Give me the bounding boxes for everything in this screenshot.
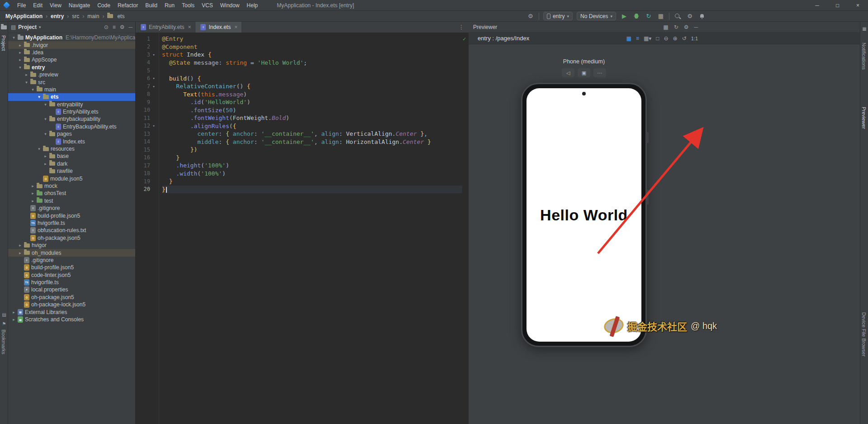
menu-help[interactable]: Help: [243, 2, 261, 9]
tree-item-gitignore[interactable]: ≡.gitignore: [8, 257, 135, 264]
chevron-down-icon[interactable]: ▾: [43, 117, 48, 121]
zoom-out-icon[interactable]: ⊖: [664, 35, 669, 42]
code-line-4[interactable]: @State message: string = 'Hello World';: [162, 59, 462, 67]
tree-item-index-ets[interactable]: ≡Index.ets: [8, 138, 135, 145]
run-button[interactable]: ▶: [620, 12, 628, 20]
breadcrumb-item-entry[interactable]: entry: [50, 13, 65, 19]
tree-item-entry[interactable]: ▾entry: [8, 64, 135, 71]
more-options-button[interactable]: ⋯: [593, 68, 606, 77]
code-line-13[interactable]: center: { anchor: '__container__', align…: [162, 130, 462, 138]
menu-window[interactable]: Window: [217, 2, 243, 9]
code-line-14[interactable]: middle: { anchor: '__container__', align…: [162, 138, 462, 146]
tree-item-module-json5[interactable]: {}module.json5: [8, 175, 135, 182]
settings-quick-icon[interactable]: ⚙: [526, 12, 535, 20]
menu-navigate[interactable]: Navigate: [65, 2, 94, 9]
close-tab-icon[interactable]: ×: [188, 24, 191, 30]
tree-item-myapplication[interactable]: ▾MyApplicationE:\HarmonyDemo\MyApplicati…: [8, 34, 135, 41]
chevron-down-icon[interactable]: ▾: [39, 25, 41, 29]
tree-item-pages[interactable]: ▾pages: [8, 130, 135, 138]
menu-view[interactable]: View: [46, 2, 65, 9]
editor-body[interactable]: 123▾456▾7▾89101112▾1314151617181920 @Ent…: [136, 33, 469, 424]
tree-item-build-profile-json5[interactable]: {}build-profile.json5: [8, 212, 135, 219]
tab-index-ets[interactable]: ≡Index.ets×: [195, 22, 242, 33]
chevron-right-icon[interactable]: ▸: [30, 191, 36, 195]
layers-icon[interactable]: ≡: [636, 35, 639, 42]
chevron-right-icon[interactable]: ▸: [11, 317, 17, 322]
ide-settings-icon[interactable]: ⚙: [686, 12, 694, 20]
chevron-down-icon[interactable]: ▾: [17, 65, 23, 70]
tool-tab-project[interactable]: Project: [1, 35, 6, 51]
code-line-5[interactable]: [162, 67, 462, 75]
tree-item-oh-package-lock-json5[interactable]: {}oh-package-lock.json5: [8, 301, 135, 308]
chevron-down-icon[interactable]: ▾: [30, 87, 36, 92]
inspection-ok-icon[interactable]: ✓: [463, 36, 466, 42]
collapse-all-icon[interactable]: ≡: [113, 24, 116, 30]
panel-settings-icon[interactable]: ⚙: [120, 24, 125, 30]
chevron-right-icon[interactable]: ▸: [17, 57, 23, 62]
tree-item-obfuscation-rules-txt[interactable]: ≡obfuscation-rules.txt: [8, 227, 135, 234]
breadcrumb-item-main[interactable]: main: [86, 13, 100, 19]
notifications-icon[interactable]: [698, 12, 706, 20]
close-button[interactable]: ×: [848, 0, 868, 11]
project-panel-title[interactable]: Project: [18, 24, 37, 30]
fold-icon[interactable]: ▾: [150, 52, 157, 57]
chevron-down-icon[interactable]: ▾: [36, 147, 42, 151]
search-everywhere-icon[interactable]: [674, 12, 682, 20]
layout-icon[interactable]: ▦: [663, 24, 668, 30]
code-line-17[interactable]: .height('100%'): [162, 162, 462, 170]
menu-refactor[interactable]: Refactor: [114, 2, 142, 9]
fold-icon[interactable]: ▾: [150, 84, 157, 89]
tree-item-entryability[interactable]: ▾entryability: [8, 101, 135, 108]
close-tab-icon[interactable]: ×: [234, 24, 237, 30]
fold-icon[interactable]: ▾: [150, 76, 157, 81]
tree-item-test[interactable]: ▸test: [8, 197, 135, 205]
chevron-right-icon[interactable]: ▸: [24, 72, 29, 77]
menu-tools[interactable]: Tools: [178, 2, 198, 9]
code-line-18[interactable]: .width('100%'): [162, 170, 462, 178]
chevron-right-icon[interactable]: ▸: [30, 199, 36, 203]
tree-item-rawfile[interactable]: rawfile: [8, 167, 135, 175]
structure-tool-icon[interactable]: ▤: [1, 311, 7, 318]
code-line-20[interactable]: }: [162, 186, 462, 194]
menu-file[interactable]: File: [14, 2, 29, 9]
code-line-15[interactable]: }): [162, 146, 462, 154]
device-selector[interactable]: No Devices ▾: [577, 12, 616, 20]
chevron-down-icon[interactable]: ▾: [43, 132, 48, 136]
code-line-19[interactable]: }: [162, 177, 462, 186]
project-tool-icon[interactable]: [1, 25, 7, 29]
tree-item-main[interactable]: ▾main: [8, 86, 135, 93]
tree-item-dark[interactable]: ▸dark: [8, 160, 135, 167]
hot-reload-button[interactable]: ↻: [645, 12, 653, 20]
minimize-button[interactable]: ─: [807, 0, 827, 11]
zoom-in-icon[interactable]: ⊕: [673, 35, 678, 42]
chevron-down-icon[interactable]: ▾: [36, 95, 42, 99]
chevron-right-icon[interactable]: ▸: [11, 310, 17, 314]
frame-select-icon[interactable]: □: [656, 35, 659, 42]
chevron-right-icon[interactable]: ▸: [43, 162, 48, 166]
tree-item-local-properties[interactable]: #local.properties: [8, 286, 135, 293]
chevron-right-icon[interactable]: ▸: [30, 184, 36, 188]
tab-entryability-ets[interactable]: ≡EntryAbility.ets×: [136, 22, 195, 33]
tree-item-oh-package-json5[interactable]: {}oh-package.json5: [8, 294, 135, 301]
tree-item-hvigorfile-ts[interactable]: TShvigorfile.ts: [8, 219, 135, 227]
run-configuration-selector[interactable]: entry ▾: [543, 12, 573, 20]
tree-item-src[interactable]: ▾src: [8, 78, 135, 86]
breadcrumb-item-ets[interactable]: ets: [116, 13, 125, 19]
refresh-icon[interactable]: ↻: [674, 24, 678, 30]
code-line-7[interactable]: RelativeContainer() {: [162, 82, 462, 91]
rotate-icon[interactable]: ↺: [682, 35, 687, 42]
tree-item-appscope[interactable]: ▸AppScope: [8, 56, 135, 63]
code-area[interactable]: @Entry@Componentstruct Index { @State me…: [159, 33, 462, 424]
code-line-9[interactable]: .id('HelloWorld'): [162, 98, 462, 106]
phone-screen[interactable]: Hello World: [526, 88, 641, 342]
rotate-device-button[interactable]: ◁: [562, 68, 574, 77]
grid-view-icon[interactable]: ▦▾: [644, 35, 651, 42]
code-line-10[interactable]: .fontSize(50): [162, 106, 462, 114]
tree-item-base[interactable]: ▸base: [8, 152, 135, 160]
menu-run[interactable]: Run: [161, 2, 178, 9]
tool-tab-notifications[interactable]: Notifications: [861, 43, 867, 70]
tree-item-oh-modules[interactable]: ▸oh_modules: [8, 249, 135, 256]
hide-previewer-icon[interactable]: ─: [694, 24, 698, 30]
tree-item-scratches-and-consoles[interactable]: ▸▤Scratches and Consoles: [8, 316, 135, 323]
multi-screen-button[interactable]: ▣: [578, 68, 590, 77]
